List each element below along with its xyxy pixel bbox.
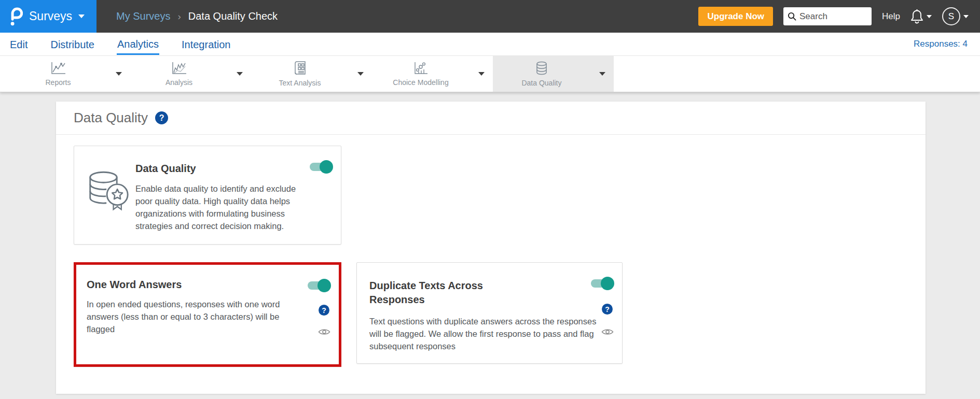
tab-label: Reports xyxy=(45,78,71,87)
breadcrumb-separator-icon: › xyxy=(177,11,181,22)
trend-chart-icon xyxy=(171,62,187,75)
help-link[interactable]: Help xyxy=(882,11,900,22)
survey-nav: Edit Distribute Analytics Integration Re… xyxy=(0,33,980,56)
avatar: S xyxy=(942,7,960,25)
card-one-word-answers: One Word Answers In open ended questions… xyxy=(74,262,341,367)
tab-text-analysis[interactable]: Text Analysis xyxy=(251,56,349,92)
analytics-toolbar: Reports Analysis xyxy=(0,56,980,92)
duplicate-texts-toggle[interactable] xyxy=(591,279,613,288)
tabgroup-reports: Reports xyxy=(9,56,130,92)
one-word-answers-toggle[interactable] xyxy=(308,281,329,290)
tab-label: Choice Modelling xyxy=(393,78,448,87)
card-description: Text questions with duplicate answers ac… xyxy=(369,315,597,352)
search-input[interactable] xyxy=(799,11,862,22)
tab-analysis-dropdown[interactable] xyxy=(228,56,251,92)
account-menu[interactable]: S xyxy=(942,7,969,25)
card-description: In open ended questions, responses with … xyxy=(87,298,302,335)
tab-data-quality-dropdown[interactable] xyxy=(590,56,614,92)
page-content: Data Quality ? xyxy=(0,92,980,399)
card-body: Duplicate Texts Across Responses Text qu… xyxy=(357,263,622,352)
card-duplicate-texts: Duplicate Texts Across Responses Text qu… xyxy=(356,262,623,364)
nav-edit[interactable]: Edit xyxy=(9,34,28,54)
bubble-chart-icon xyxy=(413,62,428,75)
chevron-down-icon xyxy=(927,15,932,18)
tabgroup-choice-modelling: Choice Modelling xyxy=(372,56,493,92)
card-title: Duplicate Texts Across Responses xyxy=(369,279,494,307)
data-quality-panel: Data Quality ? xyxy=(56,102,926,394)
breadcrumb-current: Data Quality Check xyxy=(188,10,278,22)
tab-text-analysis-dropdown[interactable] xyxy=(349,56,372,92)
chevron-down-icon xyxy=(963,15,969,18)
tab-choice-modelling-dropdown[interactable] xyxy=(470,56,493,92)
tab-data-quality[interactable]: Data Quality xyxy=(493,56,590,92)
cards-area: Data Quality Enable data quality to iden… xyxy=(56,135,926,393)
tab-choice-modelling[interactable]: Choice Modelling xyxy=(372,56,470,92)
caret-down-icon xyxy=(116,72,122,76)
tab-label: Analysis xyxy=(165,78,192,87)
responses-count[interactable]: Responses: 4 xyxy=(914,39,968,49)
tabgroup-text-analysis: Text Analysis xyxy=(251,56,372,92)
caret-down-icon xyxy=(599,72,605,76)
nav-integration[interactable]: Integration xyxy=(181,34,231,54)
tab-reports-dropdown[interactable] xyxy=(107,56,130,92)
database-badge-icon xyxy=(85,169,132,211)
card-description: Enable data quality to identify and excl… xyxy=(135,182,312,232)
bell-icon xyxy=(910,9,923,24)
product-switcher[interactable]: Surveys xyxy=(0,0,96,33)
card-title: One Word Answers xyxy=(87,279,339,291)
line-chart-icon xyxy=(50,62,66,75)
global-search[interactable] xyxy=(783,7,872,25)
caret-down-icon xyxy=(478,72,485,76)
caret-down-icon xyxy=(357,72,364,76)
tabgroup-analysis: Analysis xyxy=(130,56,251,92)
caret-down-icon xyxy=(237,72,243,76)
document-grid-icon xyxy=(293,61,307,76)
breadcrumb: My Surveys › Data Quality Check xyxy=(116,10,278,22)
database-icon xyxy=(535,61,548,76)
header-actions: Upgrade Now Help S xyxy=(698,7,980,26)
data-quality-toggle[interactable] xyxy=(310,163,332,171)
toggle-knob xyxy=(601,277,614,290)
toggle-knob xyxy=(318,279,331,292)
one-word-help-icon[interactable]: ? xyxy=(319,305,329,316)
tabgroup-data-quality: Data Quality xyxy=(493,56,614,92)
one-word-preview-eye-icon[interactable] xyxy=(318,328,330,336)
product-name: Surveys xyxy=(29,9,72,23)
card-data-quality: Data Quality Enable data quality to iden… xyxy=(74,146,341,245)
panel-header: Data Quality ? xyxy=(56,102,926,135)
tab-label: Text Analysis xyxy=(279,79,321,87)
tab-reports[interactable]: Reports xyxy=(9,56,107,92)
breadcrumb-parent[interactable]: My Surveys xyxy=(116,10,170,22)
tab-analysis[interactable]: Analysis xyxy=(130,56,228,92)
duplicate-texts-help-icon[interactable]: ? xyxy=(602,304,613,315)
top-header: Surveys My Surveys › Data Quality Check … xyxy=(0,0,980,33)
upgrade-now-button[interactable]: Upgrade Now xyxy=(698,7,773,26)
nav-distribute[interactable]: Distribute xyxy=(50,34,94,54)
notifications-menu[interactable] xyxy=(910,9,932,24)
toggle-knob xyxy=(320,160,333,174)
search-icon xyxy=(788,12,796,21)
page-help-icon[interactable]: ? xyxy=(155,111,168,124)
duplicate-texts-preview-eye-icon[interactable] xyxy=(601,328,614,336)
page-title: Data Quality xyxy=(74,110,148,126)
chevron-down-icon xyxy=(78,15,85,18)
card-body: Data Quality Enable data quality to iden… xyxy=(135,146,341,232)
tab-label: Data Quality xyxy=(521,79,561,87)
questionpro-logo-icon xyxy=(9,7,23,26)
card-body: One Word Answers In open ended questions… xyxy=(76,265,339,335)
nav-analytics[interactable]: Analytics xyxy=(117,34,159,55)
